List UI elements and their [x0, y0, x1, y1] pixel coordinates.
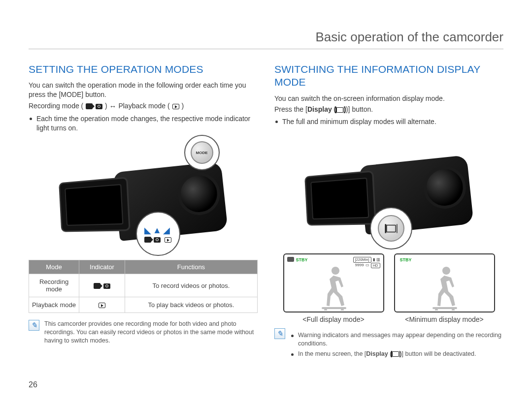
th-indicator: Indicator: [79, 260, 125, 274]
video-icon: [94, 283, 100, 289]
mode-button: MODE: [191, 141, 213, 164]
intro-display-mode: You can switch the on-screen information…: [274, 94, 503, 103]
aspect-icon: ▭: [366, 263, 369, 268]
preview-min: STBY <Minimum display mode>: [394, 253, 495, 323]
display-previews: STBY [220Min] ▮ ▥ 9999 ▭ HD: [274, 253, 503, 323]
cell-indicator: [79, 297, 125, 313]
note-bullet: Warning indicators and messages may appe…: [290, 331, 503, 348]
display-icon: [386, 224, 396, 232]
osd-top-right: [220Min] ▮ ▥ 9999 ▭ HD: [353, 257, 380, 268]
callout-display-button: [370, 207, 412, 250]
mode-line-end: ): [181, 102, 184, 110]
camcorder-illustration-display: [308, 133, 470, 247]
playback-icon: [165, 237, 171, 243]
card-icon: ▮: [373, 257, 375, 262]
caption-full: <Full display mode>: [283, 315, 384, 323]
playback-icon: [99, 303, 105, 308]
camcorder-lens: [175, 171, 222, 218]
page-number: 26: [29, 380, 37, 389]
screen-min: STBY: [394, 253, 495, 312]
record-mode-icon: [287, 257, 294, 262]
stby-label: STBY: [296, 257, 308, 262]
press-a: Press the [: [274, 105, 307, 113]
video-icon: [144, 237, 151, 243]
callout-mode-button: MODE: [184, 135, 220, 170]
press-c: )] button.: [346, 105, 373, 113]
bullet-display-alternate: The full and minimum display modes will …: [274, 117, 503, 126]
note-block: ✎ This camcorder provides one recording …: [29, 320, 258, 345]
table-row: Recording mode To record videos or photo…: [29, 274, 258, 297]
mode-switch-line: Recording mode ( ) ↔ Playback mode ( ): [29, 101, 258, 111]
skateboarder-silhouette: [430, 264, 464, 311]
note-block: ✎ Warning indicators and messages may ap…: [274, 328, 503, 365]
photo-icon: [103, 283, 110, 289]
right-column: SWITCHING THE INFORMATION DISPLAY MODE Y…: [274, 63, 503, 365]
display-icon: [392, 351, 399, 357]
camcorder-lcd: [304, 170, 376, 225]
stby-label: STBY: [400, 257, 412, 262]
double-arrow-icon: ↔: [109, 102, 117, 110]
cell-functions: To record videos or photos.: [125, 274, 257, 297]
chapter-title: Basic operation of the camcorder: [29, 30, 503, 49]
video-icon: [86, 103, 93, 109]
heading-operation-modes: SETTING THE OPERATION MODES: [29, 63, 258, 76]
cell-mode: Recording mode: [29, 274, 79, 297]
photo-count: 9999: [355, 263, 364, 268]
battery-icon: ▥: [376, 257, 380, 262]
indicator-icons: [144, 237, 171, 243]
preview-full: STBY [220Min] ▮ ▥ 9999 ▭ HD: [283, 253, 384, 323]
note-text: This camcorder provides one recording mo…: [44, 320, 258, 345]
time-remaining: [220Min]: [353, 257, 371, 262]
hd-badge: HD: [371, 263, 380, 268]
cell-indicator: [79, 274, 125, 297]
note-icon: ✎: [29, 320, 39, 331]
note-bullet-2b: ] button will be deactivated.: [402, 350, 476, 357]
mode-line-prefix: Recording mode (: [29, 102, 83, 110]
left-column: SETTING THE OPERATION MODES You can swit…: [29, 63, 258, 365]
camcorder-lcd: [59, 177, 131, 232]
table-row: Playback mode To play back videos or pho…: [29, 297, 258, 313]
display-button: [378, 215, 404, 242]
photo-icon: [96, 104, 102, 109]
press-display-line: Press the [Display ())] button.: [274, 105, 503, 114]
cell-functions: To play back videos or photos.: [125, 297, 257, 313]
note-display-word: Display (: [366, 350, 392, 357]
mode-line-suffix: Playback mode (: [118, 102, 169, 110]
mode-table: Mode Indicator Functions Recording mode …: [29, 260, 258, 313]
skateboarder-silhouette: [319, 264, 353, 311]
th-mode: Mode: [29, 260, 79, 274]
bullet-mode-indicator: Each time the operation mode changes, th…: [29, 114, 258, 133]
playback-icon: [172, 104, 179, 109]
camcorder-illustration-mode: MODE ◣▲◢: [62, 140, 225, 253]
press-b: Display (: [307, 105, 336, 113]
th-functions: Functions: [125, 260, 257, 274]
mode-line-mid: ): [105, 102, 109, 110]
cell-mode: Playback mode: [29, 297, 79, 313]
display-icon: [336, 107, 343, 113]
indicator-rays-icon: ◣▲◢: [144, 225, 171, 236]
note-bullet: In the menu screen, the [Display ()] but…: [290, 350, 503, 358]
intro-operation-modes: You can switch the operation mode in the…: [29, 81, 258, 99]
callout-mode-indicator: ◣▲◢: [136, 212, 180, 256]
camcorder-lens: [421, 164, 468, 211]
photo-icon: [154, 237, 161, 243]
note-bullet-2a: In the menu screen, the [: [298, 350, 366, 357]
note-icon: ✎: [274, 328, 285, 339]
caption-min: <Minimum display mode>: [394, 315, 495, 323]
heading-display-mode: SWITCHING THE INFORMATION DISPLAY MODE: [274, 63, 503, 89]
screen-full: STBY [220Min] ▮ ▥ 9999 ▭ HD: [283, 253, 384, 312]
